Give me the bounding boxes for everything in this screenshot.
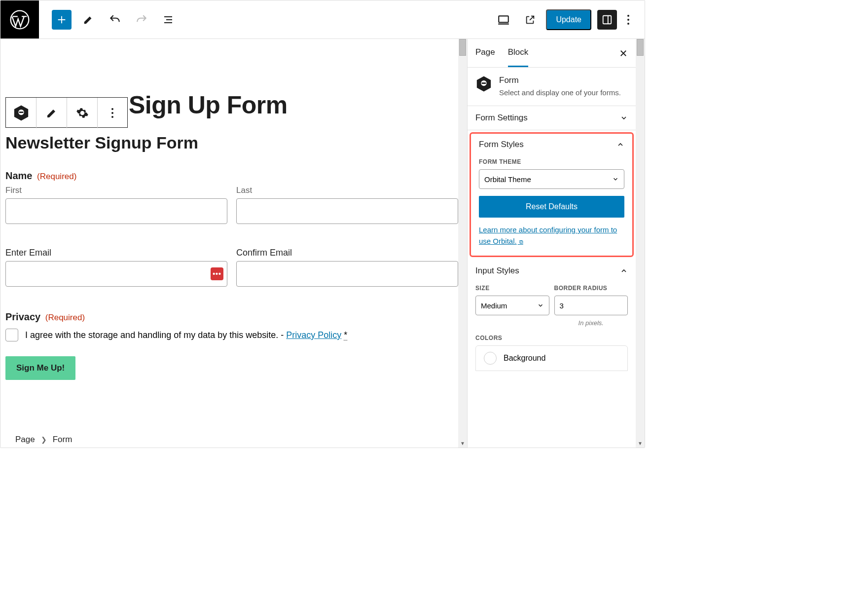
settings-sidebar: Page Block Form Select and display one o… — [467, 39, 645, 448]
block-description: Select and display one of your forms. — [499, 87, 621, 98]
update-button[interactable]: Update — [546, 9, 591, 30]
svg-rect-11 — [482, 82, 486, 84]
input-styles-panel: Input Styles SIZE Medium — [468, 259, 636, 380]
form-styles-panel-highlighted: Form Styles FORM THEME Orbital Theme Res… — [470, 132, 634, 257]
reset-defaults-button[interactable]: Reset Defaults — [479, 196, 624, 218]
input-styles-toggle[interactable]: Input Styles — [468, 259, 636, 283]
required-indicator: (Required) — [45, 313, 85, 322]
privacy-checkbox[interactable] — [5, 329, 18, 341]
size-select[interactable]: Medium — [475, 296, 549, 315]
undo-button[interactable] — [105, 10, 125, 30]
chevron-down-icon — [620, 114, 628, 122]
external-link-icon: ⧉ — [518, 239, 523, 245]
svg-rect-2 — [603, 15, 612, 24]
submit-button[interactable]: Sign Me Up! — [5, 356, 75, 380]
email-field-group: Enter Email ••• Confirm Email — [5, 248, 458, 287]
block-more-button[interactable] — [98, 98, 127, 128]
privacy-policy-link[interactable]: Privacy Policy — [286, 330, 341, 340]
chevron-down-icon — [612, 176, 619, 183]
first-name-label: First — [5, 186, 227, 195]
colors-label: COLORS — [475, 335, 628, 341]
settings-sidebar-toggle[interactable] — [597, 10, 617, 30]
redo-button[interactable] — [132, 10, 151, 30]
privacy-field-group: Privacy (Required) I agree with the stor… — [5, 311, 458, 341]
form-settings-toggle[interactable]: Form Settings — [468, 106, 636, 130]
form-settings-panel: Form Settings — [468, 106, 636, 130]
svg-point-7 — [111, 108, 113, 110]
form-theme-select[interactable]: Orbital Theme — [479, 169, 624, 189]
chevron-right-icon: ❯ — [41, 436, 47, 444]
svg-rect-6 — [19, 112, 23, 113]
first-name-input[interactable] — [5, 198, 227, 224]
border-radius-hint: In pixels. — [554, 319, 628, 327]
background-color-row[interactable]: Background — [475, 345, 628, 371]
block-title: Form — [499, 75, 621, 85]
enter-email-input[interactable] — [5, 261, 227, 287]
block-settings-button[interactable] — [67, 98, 98, 128]
form-block-icon — [475, 75, 492, 92]
last-name-input[interactable] — [236, 198, 458, 224]
breadcrumb: Page ❯ Form — [15, 435, 72, 445]
name-field-group: Name (Required) First Last — [5, 170, 458, 224]
editor-canvas[interactable]: Sign Up Form Newsletter Signup Form Name… — [0, 39, 467, 448]
chevron-up-icon — [616, 141, 624, 149]
svg-point-5 — [627, 23, 629, 25]
block-edit-button[interactable] — [36, 98, 67, 128]
privacy-consent-text: I agree with the storage and handling of… — [25, 330, 347, 340]
form-title: Newsletter Signup Form — [5, 133, 458, 152]
password-manager-icon[interactable]: ••• — [211, 267, 223, 280]
size-label: SIZE — [475, 285, 549, 292]
svg-rect-1 — [499, 16, 509, 22]
document-outline-button[interactable] — [158, 10, 178, 30]
tab-page[interactable]: Page — [475, 39, 495, 67]
chevron-up-icon — [620, 267, 628, 275]
canvas-scrollbar[interactable]: ▼ — [458, 39, 467, 448]
color-swatch-icon — [484, 352, 497, 365]
device-preview-button[interactable] — [494, 10, 513, 30]
block-toolbar — [5, 97, 128, 128]
block-type-button[interactable] — [6, 98, 36, 128]
background-color-label: Background — [504, 354, 545, 363]
chevron-down-icon — [537, 302, 544, 309]
confirm-email-input[interactable] — [236, 261, 458, 287]
editor-topbar: Update — [0, 0, 645, 39]
block-header: Form Select and display one of your form… — [468, 68, 636, 106]
enter-email-label: Enter Email — [5, 248, 227, 258]
close-sidebar-button[interactable] — [619, 49, 628, 58]
svg-point-9 — [111, 116, 113, 118]
edit-mode-button[interactable] — [78, 10, 98, 30]
svg-point-4 — [627, 19, 629, 21]
privacy-label: Privacy — [5, 311, 40, 322]
required-indicator: (Required) — [37, 172, 76, 181]
sidebar-scrollbar[interactable]: ▼ — [636, 39, 645, 448]
learn-more-link[interactable]: Learn more about configuring your form t… — [479, 225, 624, 247]
breadcrumb-root[interactable]: Page — [15, 435, 35, 445]
wordpress-logo[interactable] — [0, 0, 39, 38]
breadcrumb-current[interactable]: Form — [53, 435, 72, 445]
form-theme-label: FORM THEME — [479, 158, 624, 165]
tab-block[interactable]: Block — [508, 39, 529, 67]
last-name-label: Last — [236, 186, 458, 195]
view-page-button[interactable] — [520, 10, 540, 30]
svg-point-8 — [111, 112, 113, 114]
more-options-button[interactable] — [620, 10, 637, 30]
name-label: Name — [5, 170, 32, 181]
confirm-email-label: Confirm Email — [236, 248, 458, 258]
form-styles-toggle[interactable]: Form Styles — [471, 134, 632, 156]
border-radius-label: BORDER RADIUS — [554, 285, 628, 292]
border-radius-input[interactable] — [554, 296, 628, 315]
add-block-button[interactable] — [52, 10, 72, 30]
svg-point-3 — [627, 15, 629, 17]
